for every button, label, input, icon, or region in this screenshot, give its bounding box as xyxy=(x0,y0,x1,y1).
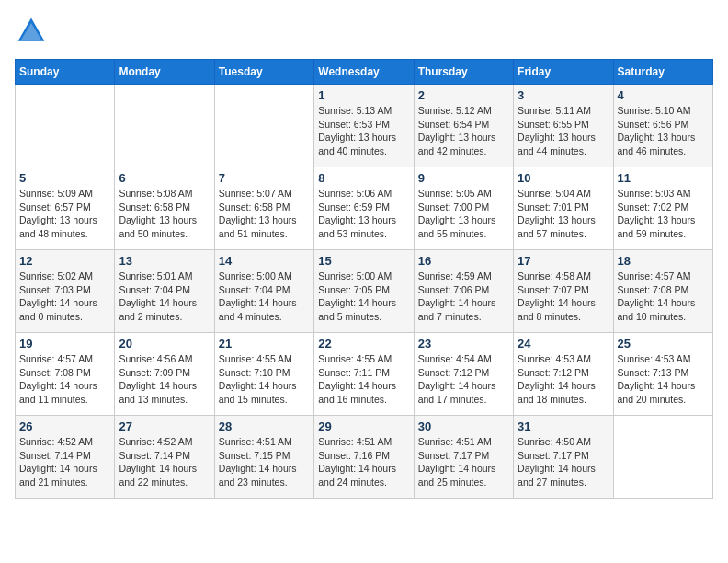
calendar-cell xyxy=(16,85,115,167)
day-detail: Sunrise: 5:08 AM Sunset: 6:58 PM Dayligh… xyxy=(119,187,210,241)
calendar-cell: 13Sunrise: 5:01 AM Sunset: 7:04 PM Dayli… xyxy=(115,250,214,333)
day-detail: Sunrise: 5:02 AM Sunset: 7:03 PM Dayligh… xyxy=(19,270,110,324)
calendar-cell: 29Sunrise: 4:51 AM Sunset: 7:16 PM Dayli… xyxy=(314,416,414,499)
day-number: 31 xyxy=(518,419,609,433)
calendar-cell: 14Sunrise: 5:00 AM Sunset: 7:04 PM Dayli… xyxy=(214,250,313,333)
day-detail: Sunrise: 4:59 AM Sunset: 7:06 PM Dayligh… xyxy=(418,270,509,324)
day-detail: Sunrise: 5:10 AM Sunset: 6:56 PM Dayligh… xyxy=(618,104,709,158)
day-detail: Sunrise: 4:58 AM Sunset: 7:07 PM Dayligh… xyxy=(518,270,609,324)
calendar-cell: 9Sunrise: 5:05 AM Sunset: 7:00 PM Daylig… xyxy=(414,167,513,250)
day-number: 13 xyxy=(119,254,210,268)
calendar-cell: 28Sunrise: 4:51 AM Sunset: 7:15 PM Dayli… xyxy=(214,416,313,499)
week-row-5: 26Sunrise: 4:52 AM Sunset: 7:14 PM Dayli… xyxy=(16,416,713,499)
col-header-saturday: Saturday xyxy=(613,60,712,85)
day-number: 7 xyxy=(219,171,310,185)
calendar-header-row: SundayMondayTuesdayWednesdayThursdayFrid… xyxy=(16,60,713,85)
day-detail: Sunrise: 5:01 AM Sunset: 7:04 PM Dayligh… xyxy=(119,270,210,324)
day-number: 3 xyxy=(518,88,609,102)
col-header-thursday: Thursday xyxy=(414,60,513,85)
day-detail: Sunrise: 5:04 AM Sunset: 7:01 PM Dayligh… xyxy=(518,187,609,241)
day-number: 23 xyxy=(418,337,509,350)
week-row-1: 1Sunrise: 5:13 AM Sunset: 6:53 PM Daylig… xyxy=(16,85,713,167)
day-number: 10 xyxy=(518,171,609,185)
day-detail: Sunrise: 4:57 AM Sunset: 7:08 PM Dayligh… xyxy=(618,270,709,324)
calendar-cell: 1Sunrise: 5:13 AM Sunset: 6:53 PM Daylig… xyxy=(314,85,414,167)
calendar-cell: 31Sunrise: 4:50 AM Sunset: 7:17 PM Dayli… xyxy=(514,416,613,499)
calendar-cell: 8Sunrise: 5:06 AM Sunset: 6:59 PM Daylig… xyxy=(314,167,414,250)
calendar-cell: 19Sunrise: 4:57 AM Sunset: 7:08 PM Dayli… xyxy=(16,333,115,416)
day-number: 28 xyxy=(219,419,310,433)
calendar-cell: 23Sunrise: 4:54 AM Sunset: 7:12 PM Dayli… xyxy=(414,333,513,416)
calendar-cell: 7Sunrise: 5:07 AM Sunset: 6:58 PM Daylig… xyxy=(214,167,313,250)
day-detail: Sunrise: 5:13 AM Sunset: 6:53 PM Dayligh… xyxy=(318,104,409,158)
day-detail: Sunrise: 5:09 AM Sunset: 6:57 PM Dayligh… xyxy=(19,187,110,241)
logo-icon xyxy=(15,15,48,48)
col-header-monday: Monday xyxy=(115,60,214,85)
day-number: 29 xyxy=(318,419,409,433)
page-header xyxy=(15,15,713,48)
day-detail: Sunrise: 4:56 AM Sunset: 7:09 PM Dayligh… xyxy=(119,352,210,407)
col-header-tuesday: Tuesday xyxy=(214,60,313,85)
week-row-2: 5Sunrise: 5:09 AM Sunset: 6:57 PM Daylig… xyxy=(16,167,713,250)
day-number: 26 xyxy=(19,419,110,433)
day-detail: Sunrise: 4:57 AM Sunset: 7:08 PM Dayligh… xyxy=(19,352,110,407)
calendar-cell: 11Sunrise: 5:03 AM Sunset: 7:02 PM Dayli… xyxy=(613,167,712,250)
calendar-cell xyxy=(115,85,214,167)
day-detail: Sunrise: 4:55 AM Sunset: 7:10 PM Dayligh… xyxy=(219,352,310,407)
day-detail: Sunrise: 4:54 AM Sunset: 7:12 PM Dayligh… xyxy=(418,352,509,407)
day-number: 18 xyxy=(618,254,709,268)
calendar-cell: 6Sunrise: 5:08 AM Sunset: 6:58 PM Daylig… xyxy=(115,167,214,250)
day-number: 12 xyxy=(19,254,110,268)
day-detail: Sunrise: 4:53 AM Sunset: 7:13 PM Dayligh… xyxy=(618,352,709,407)
day-detail: Sunrise: 4:50 AM Sunset: 7:17 PM Dayligh… xyxy=(518,435,609,489)
day-detail: Sunrise: 5:00 AM Sunset: 7:05 PM Dayligh… xyxy=(318,270,409,324)
day-number: 24 xyxy=(518,337,609,350)
week-row-4: 19Sunrise: 4:57 AM Sunset: 7:08 PM Dayli… xyxy=(16,333,713,416)
col-header-wednesday: Wednesday xyxy=(314,60,414,85)
day-detail: Sunrise: 5:00 AM Sunset: 7:04 PM Dayligh… xyxy=(219,270,310,324)
day-detail: Sunrise: 4:52 AM Sunset: 7:14 PM Dayligh… xyxy=(119,435,210,489)
calendar-cell: 18Sunrise: 4:57 AM Sunset: 7:08 PM Dayli… xyxy=(613,250,712,333)
calendar-cell: 15Sunrise: 5:00 AM Sunset: 7:05 PM Dayli… xyxy=(314,250,414,333)
calendar-cell: 21Sunrise: 4:55 AM Sunset: 7:10 PM Dayli… xyxy=(214,333,313,416)
day-number: 4 xyxy=(618,88,709,102)
calendar-cell xyxy=(214,85,313,167)
day-number: 16 xyxy=(418,254,509,268)
day-detail: Sunrise: 4:52 AM Sunset: 7:14 PM Dayligh… xyxy=(19,435,110,489)
day-detail: Sunrise: 5:06 AM Sunset: 6:59 PM Dayligh… xyxy=(318,187,409,241)
day-detail: Sunrise: 4:55 AM Sunset: 7:11 PM Dayligh… xyxy=(318,352,409,407)
calendar-cell: 12Sunrise: 5:02 AM Sunset: 7:03 PM Dayli… xyxy=(16,250,115,333)
day-number: 19 xyxy=(19,337,110,350)
calendar-cell: 2Sunrise: 5:12 AM Sunset: 6:54 PM Daylig… xyxy=(414,85,513,167)
calendar-cell: 10Sunrise: 5:04 AM Sunset: 7:01 PM Dayli… xyxy=(514,167,613,250)
calendar-cell: 26Sunrise: 4:52 AM Sunset: 7:14 PM Dayli… xyxy=(16,416,115,499)
day-number: 8 xyxy=(318,171,409,185)
calendar-cell: 5Sunrise: 5:09 AM Sunset: 6:57 PM Daylig… xyxy=(16,167,115,250)
day-number: 25 xyxy=(618,337,709,350)
day-detail: Sunrise: 5:05 AM Sunset: 7:00 PM Dayligh… xyxy=(418,187,509,241)
day-detail: Sunrise: 5:03 AM Sunset: 7:02 PM Dayligh… xyxy=(618,187,709,241)
col-header-friday: Friday xyxy=(514,60,613,85)
day-detail: Sunrise: 4:51 AM Sunset: 7:17 PM Dayligh… xyxy=(418,435,509,489)
day-number: 21 xyxy=(219,337,310,350)
day-number: 17 xyxy=(518,254,609,268)
day-detail: Sunrise: 5:12 AM Sunset: 6:54 PM Dayligh… xyxy=(418,104,509,158)
week-row-3: 12Sunrise: 5:02 AM Sunset: 7:03 PM Dayli… xyxy=(16,250,713,333)
day-number: 11 xyxy=(618,171,709,185)
day-number: 9 xyxy=(418,171,509,185)
day-number: 2 xyxy=(418,88,509,102)
calendar-cell xyxy=(613,416,712,499)
calendar-cell: 30Sunrise: 4:51 AM Sunset: 7:17 PM Dayli… xyxy=(414,416,513,499)
calendar-cell: 4Sunrise: 5:10 AM Sunset: 6:56 PM Daylig… xyxy=(613,85,712,167)
day-number: 15 xyxy=(318,254,409,268)
calendar-cell: 3Sunrise: 5:11 AM Sunset: 6:55 PM Daylig… xyxy=(514,85,613,167)
day-detail: Sunrise: 5:11 AM Sunset: 6:55 PM Dayligh… xyxy=(518,104,609,158)
col-header-sunday: Sunday xyxy=(16,60,115,85)
calendar-cell: 25Sunrise: 4:53 AM Sunset: 7:13 PM Dayli… xyxy=(613,333,712,416)
day-number: 20 xyxy=(119,337,210,350)
day-number: 30 xyxy=(418,419,509,433)
calendar-table: SundayMondayTuesdayWednesdayThursdayFrid… xyxy=(15,59,713,499)
day-number: 1 xyxy=(318,88,409,102)
calendar-cell: 16Sunrise: 4:59 AM Sunset: 7:06 PM Dayli… xyxy=(414,250,513,333)
logo xyxy=(15,15,51,48)
